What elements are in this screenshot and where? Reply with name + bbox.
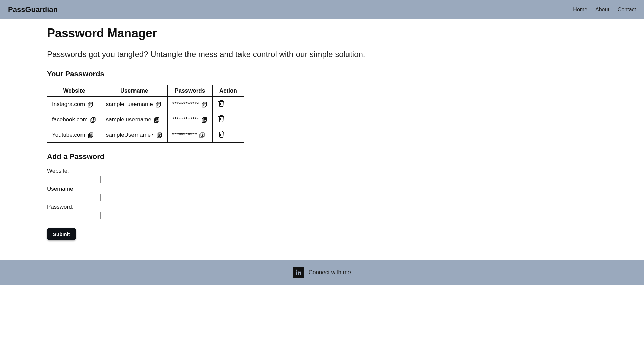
website-input[interactable] — [47, 176, 101, 183]
copy-icon[interactable] — [201, 116, 208, 123]
username-value: sample username — [106, 116, 151, 123]
website-value: Youtube.com — [52, 132, 85, 138]
svg-rect-42 — [296, 272, 297, 275]
website-label: Website: — [47, 168, 597, 174]
col-passwords: Passwords — [167, 85, 212, 97]
linkedin-icon[interactable] — [293, 267, 304, 278]
navbar: PassGuardian Home About Contact — [0, 0, 644, 19]
username-value: sampleUsername7 — [106, 132, 154, 138]
password-value: *********** — [172, 132, 197, 138]
svg-point-43 — [296, 270, 297, 271]
page-title: Password Manager — [47, 26, 597, 40]
trash-icon[interactable] — [217, 115, 225, 123]
passwords-table: Website Username Passwords Action Instag… — [47, 85, 244, 143]
copy-icon[interactable] — [90, 116, 96, 123]
copy-icon[interactable] — [153, 116, 160, 123]
main-container: Password Manager Passwords got you tangl… — [0, 19, 644, 247]
copy-icon[interactable] — [87, 132, 94, 138]
copy-icon[interactable] — [156, 132, 163, 138]
username-value: sample_username — [106, 101, 153, 108]
table-row: facebook.comsample username************ — [47, 112, 244, 127]
nav-link-about[interactable]: About — [595, 7, 609, 13]
website-value: facebook.com — [52, 116, 88, 123]
copy-icon[interactable] — [87, 101, 94, 108]
table-row: Youtube.comsampleUsername7*********** — [47, 127, 244, 143]
add-password-form: Website: Username: Password: Submit — [47, 168, 597, 240]
your-passwords-heading: Your Passwords — [47, 70, 597, 78]
footer-text: Connect with me — [309, 269, 351, 276]
password-input[interactable] — [47, 212, 101, 219]
trash-icon[interactable] — [217, 99, 225, 107]
username-label: Username: — [47, 186, 597, 192]
add-password-heading: Add a Password — [47, 152, 597, 161]
submit-button[interactable]: Submit — [47, 228, 76, 240]
website-value: Instagra.com — [52, 101, 85, 108]
nav-link-contact[interactable]: Contact — [618, 7, 636, 13]
password-value: ************ — [172, 101, 199, 108]
table-header-row: Website Username Passwords Action — [47, 85, 244, 97]
password-label: Password: — [47, 204, 597, 210]
table-row: Instagra.comsample_username************ — [47, 97, 244, 112]
tagline: Passwords got you tangled? Untangle the … — [47, 50, 597, 59]
password-value: ************ — [172, 116, 199, 123]
nav-link-home[interactable]: Home — [573, 7, 587, 13]
col-website: Website — [47, 85, 101, 97]
trash-icon[interactable] — [217, 130, 225, 138]
copy-icon[interactable] — [199, 132, 205, 138]
username-input[interactable] — [47, 194, 101, 201]
brand-logo: PassGuardian — [8, 5, 58, 14]
footer: Connect with me — [0, 260, 644, 285]
copy-icon[interactable] — [201, 101, 208, 108]
col-username: Username — [101, 85, 167, 97]
col-action: Action — [212, 85, 244, 97]
nav-links: Home About Contact — [573, 7, 636, 13]
copy-icon[interactable] — [155, 101, 162, 108]
